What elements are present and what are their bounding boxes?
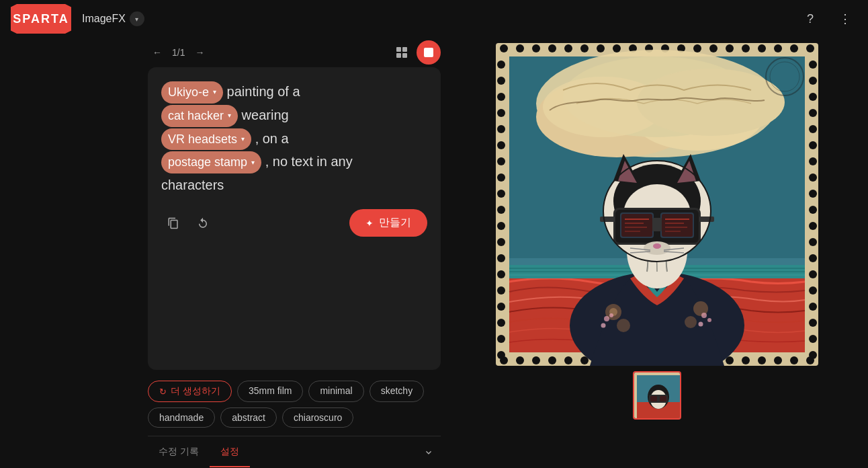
style-abstract-chip[interactable]: abstract [220, 407, 277, 428]
bottom-tabs: 수정 기록 설정 [148, 436, 441, 468]
help-button[interactable]: ? [798, 7, 822, 31]
svg-point-49 [497, 109, 505, 117]
main-image [496, 43, 818, 366]
style-35mm-chip[interactable]: 35mm film [237, 381, 304, 402]
svg-point-72 [809, 173, 817, 182]
svg-point-50 [497, 125, 505, 133]
thumbnail-row [633, 371, 681, 420]
svg-point-131 [653, 243, 661, 249]
svg-rect-129 [699, 217, 714, 222]
svg-point-102 [685, 316, 697, 328]
style-chips-row: ↻ 더 생성하기 35mm film minimal sketchy handm… [148, 375, 441, 433]
svg-point-141 [699, 322, 703, 327]
svg-point-69 [809, 125, 817, 133]
prompt-text-part-4: , no text in any [265, 154, 353, 169]
svg-point-56 [497, 222, 505, 230]
svg-point-44 [790, 356, 798, 364]
svg-rect-127 [652, 218, 662, 231]
accessory-chip[interactable]: VR headsets ▾ [161, 128, 251, 151]
more-button[interactable]: ⋮ [833, 7, 857, 31]
reset-button[interactable] [191, 211, 215, 235]
svg-point-29 [548, 356, 556, 364]
svg-point-27 [516, 356, 524, 364]
thumbnail-image-1 [634, 373, 681, 420]
svg-rect-4 [424, 48, 433, 57]
svg-rect-117 [621, 214, 652, 237]
svg-point-74 [809, 206, 817, 214]
svg-point-68 [809, 109, 817, 117]
svg-point-57 [497, 238, 505, 246]
svg-point-61 [497, 303, 505, 311]
svg-point-138 [601, 323, 606, 328]
app-name-dropdown[interactable]: ▾ [130, 11, 144, 26]
prompt-text-part-1: painting of a [227, 84, 300, 99]
sparta-logo: SPARTA [11, 4, 71, 34]
prompt-text-part-3: , on a [255, 131, 289, 146]
svg-point-55 [497, 206, 505, 214]
svg-point-79 [809, 286, 817, 295]
svg-point-6 [500, 44, 508, 52]
svg-point-13 [613, 44, 621, 52]
svg-point-80 [809, 303, 817, 311]
svg-point-83 [809, 351, 817, 359]
svg-point-22 [758, 44, 766, 52]
tab-settings[interactable]: 설정 [210, 438, 250, 467]
format-chip[interactable]: postage stamp ▾ [161, 151, 261, 173]
subject-chip[interactable]: cat hacker ▾ [161, 105, 238, 127]
svg-point-43 [774, 356, 782, 364]
generate-button[interactable]: ✦ 만들기 [349, 209, 427, 237]
svg-rect-152 [660, 396, 666, 401]
svg-point-67 [809, 93, 817, 101]
svg-point-18 [693, 44, 701, 52]
generate-label: 만들기 [379, 216, 411, 230]
thumbnail-1[interactable] [633, 371, 681, 420]
nav-next-button[interactable]: → [190, 43, 209, 62]
svg-point-11 [580, 44, 589, 52]
svg-point-42 [758, 356, 766, 364]
svg-point-53 [497, 173, 505, 182]
tab-history[interactable]: 수정 기록 [148, 438, 210, 467]
nav-controls: ← 1/1 → [148, 43, 209, 62]
svg-point-21 [742, 44, 750, 52]
regenerate-button[interactable]: ↻ 더 생성하기 [148, 381, 232, 402]
svg-point-139 [701, 313, 707, 318]
right-panel [451, 38, 868, 468]
style-chip[interactable]: Ukiyo-e ▾ [161, 81, 223, 104]
svg-point-78 [809, 270, 817, 278]
style-minimal-chip[interactable]: minimal [308, 381, 363, 402]
svg-point-62 [497, 319, 505, 327]
svg-point-48 [497, 93, 505, 101]
svg-point-12 [597, 44, 605, 52]
cat-illustration [496, 43, 818, 366]
tab-expand-button[interactable] [417, 440, 441, 465]
svg-point-58 [497, 254, 505, 262]
svg-point-46 [497, 61, 505, 69]
svg-point-8 [532, 44, 540, 52]
style-sketchy-chip[interactable]: sketchy [370, 381, 424, 402]
nav-prev-button[interactable]: ← [148, 43, 167, 62]
svg-point-65 [809, 61, 817, 69]
prompt-icon-buttons [161, 211, 215, 235]
style-chiaroscuro-chip[interactable]: chiaroscuro [282, 407, 353, 428]
grid-view-button[interactable] [390, 40, 414, 65]
svg-point-51 [497, 141, 505, 149]
copy-button[interactable] [161, 211, 185, 235]
app-name-container: ImageFX ▾ [82, 11, 144, 26]
prompt-actions: ✦ 만들기 [161, 204, 427, 237]
svg-point-60 [497, 286, 505, 295]
refresh-icon: ↻ [159, 387, 167, 397]
regenerate-label: 더 생성하기 [171, 385, 220, 397]
svg-point-81 [809, 319, 817, 327]
single-view-button[interactable] [417, 40, 441, 65]
svg-point-73 [809, 190, 817, 198]
style-handmade-chip[interactable]: handmade [148, 407, 215, 428]
svg-point-59 [497, 270, 505, 278]
generate-spark-icon: ✦ [365, 218, 374, 229]
header: SPARTA ImageFX ▾ ? ⋮ [0, 0, 868, 38]
svg-point-23 [774, 44, 782, 52]
prompt-text: Ukiyo-e ▾ painting of a cat hacker ▾ wea… [161, 81, 427, 196]
svg-point-10 [564, 44, 572, 52]
prompt-text-part-2: wearing [242, 108, 289, 122]
svg-point-137 [609, 313, 613, 317]
svg-point-77 [809, 254, 817, 262]
